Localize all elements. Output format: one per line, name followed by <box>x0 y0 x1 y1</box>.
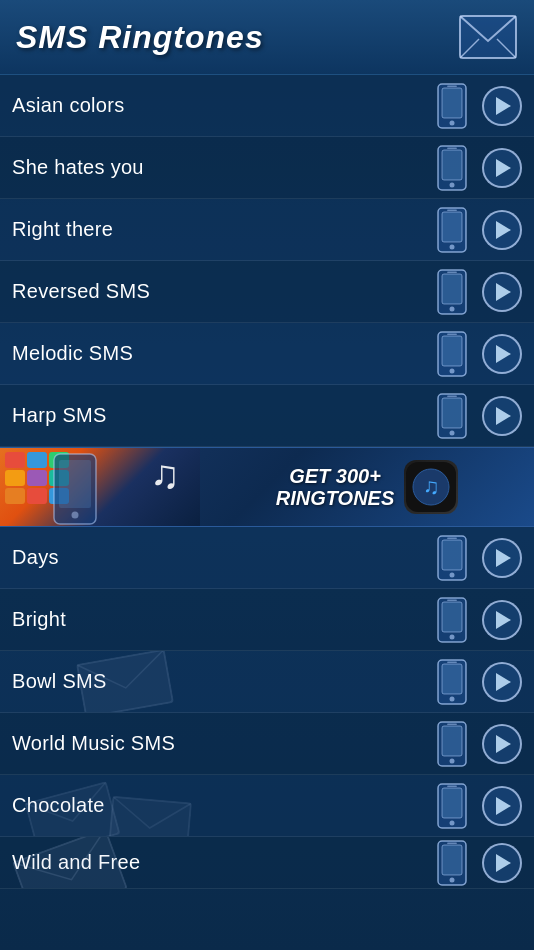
svg-rect-20 <box>442 336 462 366</box>
row-actions <box>430 657 522 707</box>
list-item: Right there <box>0 199 534 261</box>
svg-point-35 <box>450 572 455 577</box>
play-button[interactable] <box>482 396 522 436</box>
svg-rect-14 <box>447 209 457 211</box>
svg-rect-28 <box>59 460 91 508</box>
play-button[interactable] <box>482 334 522 374</box>
svg-rect-43 <box>442 664 462 694</box>
list-item: Bowl SMS <box>0 651 534 713</box>
svg-rect-38 <box>442 602 462 632</box>
svg-rect-8 <box>442 150 462 180</box>
ringtone-name: Wild and Free <box>12 851 430 874</box>
ringtone-name: Harp SMS <box>12 404 430 427</box>
set-ringtone-button[interactable] <box>430 267 474 317</box>
svg-rect-47 <box>442 726 462 756</box>
svg-rect-45 <box>447 661 457 663</box>
app-header: SMS Ringtones <box>0 0 534 75</box>
list-item: Melodic SMS <box>0 323 534 385</box>
ad-banner[interactable]: ♫ GET 300+RINGTONES ♫ <box>0 447 534 527</box>
svg-rect-10 <box>447 147 457 149</box>
svg-rect-18 <box>447 271 457 273</box>
svg-rect-26 <box>447 395 457 397</box>
row-actions <box>430 143 522 193</box>
svg-rect-24 <box>442 398 462 428</box>
play-icon <box>496 854 511 872</box>
svg-point-54 <box>450 820 455 825</box>
svg-point-21 <box>450 368 455 373</box>
set-ringtone-button[interactable] <box>430 329 474 379</box>
svg-point-25 <box>450 430 455 435</box>
svg-rect-22 <box>447 333 457 335</box>
ringtone-name: Bowl SMS <box>12 670 430 693</box>
ringtone-list-top: Asian colors She hates you <box>0 75 534 447</box>
ringtone-name: Melodic SMS <box>12 342 430 365</box>
set-ringtone-button[interactable] <box>430 143 474 193</box>
svg-point-44 <box>450 696 455 701</box>
ad-app-icon[interactable]: ♫ <box>404 460 458 514</box>
play-icon <box>496 797 511 815</box>
set-ringtone-button[interactable] <box>430 838 474 888</box>
svg-rect-55 <box>447 785 457 787</box>
play-button[interactable] <box>482 724 522 764</box>
play-icon <box>496 673 511 691</box>
row-actions <box>430 329 522 379</box>
play-button[interactable] <box>482 843 522 883</box>
svg-rect-49 <box>447 723 457 725</box>
app-title: SMS Ringtones <box>16 19 264 56</box>
row-actions <box>430 533 522 583</box>
ad-text: GET 300+RINGTONES <box>276 465 395 509</box>
ringtone-name: Reversed SMS <box>12 280 430 303</box>
header-envelope-icon <box>458 14 518 60</box>
play-icon <box>496 611 511 629</box>
svg-rect-58 <box>442 845 462 875</box>
set-ringtone-button[interactable] <box>430 81 474 131</box>
play-button[interactable] <box>482 86 522 126</box>
play-icon <box>496 549 511 567</box>
set-ringtone-button[interactable] <box>430 781 474 831</box>
row-actions <box>430 781 522 831</box>
svg-point-9 <box>450 182 455 187</box>
svg-point-39 <box>450 634 455 639</box>
svg-rect-60 <box>447 842 457 844</box>
set-ringtone-button[interactable] <box>430 657 474 707</box>
play-button[interactable] <box>482 538 522 578</box>
svg-point-13 <box>450 244 455 249</box>
ringtone-name: Right there <box>12 218 430 241</box>
svg-point-17 <box>450 306 455 311</box>
play-icon <box>496 97 511 115</box>
play-icon <box>496 283 511 301</box>
svg-rect-53 <box>442 788 462 818</box>
svg-point-29 <box>72 512 79 519</box>
svg-rect-4 <box>442 88 462 118</box>
play-button[interactable] <box>482 210 522 250</box>
music-note-icon: ♫ <box>150 452 180 497</box>
set-ringtone-button[interactable] <box>430 719 474 769</box>
play-button[interactable] <box>482 272 522 312</box>
list-item: Reversed SMS <box>0 261 534 323</box>
svg-point-59 <box>450 877 455 882</box>
set-ringtone-button[interactable] <box>430 595 474 645</box>
ringtone-name: Asian colors <box>12 94 430 117</box>
list-item: World Music SMS <box>0 713 534 775</box>
play-button[interactable] <box>482 662 522 702</box>
svg-rect-16 <box>442 274 462 304</box>
row-actions <box>430 719 522 769</box>
play-button[interactable] <box>482 148 522 188</box>
play-icon <box>496 735 511 753</box>
ad-image-left: ♫ <box>0 447 200 527</box>
play-button[interactable] <box>482 786 522 826</box>
row-actions <box>430 81 522 131</box>
play-icon <box>496 407 511 425</box>
ringtone-name: Bright <box>12 608 430 631</box>
ringtone-name: She hates you <box>12 156 430 179</box>
row-actions <box>430 267 522 317</box>
ringtone-name: World Music SMS <box>12 732 430 755</box>
set-ringtone-button[interactable] <box>430 533 474 583</box>
list-item: Asian colors <box>0 75 534 137</box>
set-ringtone-button[interactable] <box>430 391 474 441</box>
play-icon <box>496 345 511 363</box>
set-ringtone-button[interactable] <box>430 205 474 255</box>
ringtone-list-bottom: Days Bright <box>0 527 534 889</box>
row-actions <box>430 391 522 441</box>
play-button[interactable] <box>482 600 522 640</box>
